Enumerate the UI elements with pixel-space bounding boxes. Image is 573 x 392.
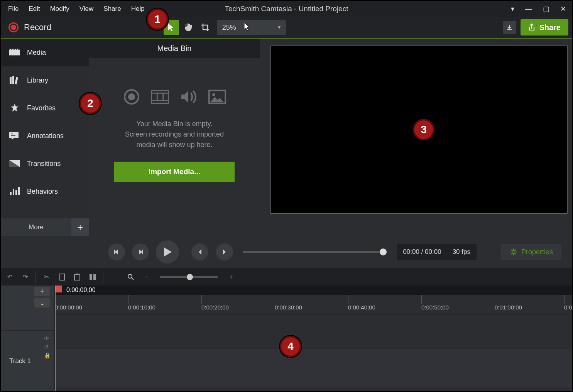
playhead-row[interactable]: 0:00:00;00	[55, 286, 572, 295]
svg-rect-16	[15, 190, 17, 195]
svg-rect-4	[12, 49, 14, 50]
svg-rect-3	[10, 49, 11, 50]
behaviors-icon	[9, 187, 20, 196]
svg-rect-8	[12, 76, 14, 84]
chevron-down-icon[interactable]: ▾	[511, 5, 514, 13]
svg-point-26	[212, 93, 215, 96]
svg-rect-20	[151, 90, 169, 104]
svg-rect-31	[90, 274, 92, 280]
sidebar-item-favorites[interactable]: Favorites	[1, 94, 89, 122]
track-lane-empty[interactable]	[55, 314, 572, 349]
menu-edit[interactable]: Edit	[24, 3, 45, 15]
seek-slider[interactable]	[243, 251, 387, 253]
record-icon	[8, 22, 19, 32]
svg-rect-2	[9, 55, 20, 56]
library-icon	[9, 76, 20, 84]
minimize-icon[interactable]: —	[525, 5, 532, 13]
sidebar-more-button[interactable]: More	[1, 218, 71, 236]
step-forward-button[interactable]	[216, 243, 233, 260]
svg-rect-29	[74, 275, 80, 280]
svg-line-34	[132, 278, 134, 280]
zoom-dropdown[interactable]: 25% ▼	[217, 20, 286, 35]
svg-rect-5	[15, 49, 16, 50]
cut-button[interactable]: ✂	[41, 272, 51, 282]
transition-icon	[9, 159, 20, 168]
share-button[interactable]: Share	[521, 19, 568, 35]
add-track-button[interactable]: +	[34, 287, 50, 296]
sidebar-item-behaviors[interactable]: Behaviors	[1, 177, 89, 205]
copy-button[interactable]	[57, 272, 67, 282]
properties-button[interactable]: Properties	[501, 244, 561, 260]
share-label: Share	[539, 23, 561, 32]
undo-button[interactable]: ↶	[5, 272, 15, 282]
sidebar-item-library[interactable]: Library	[1, 66, 89, 94]
track-header[interactable]: Track 1 👁 ↺ 🔒	[1, 330, 54, 391]
sidebar-item-transitions[interactable]: Transitions	[1, 150, 89, 177]
audio-placeholder-icon	[180, 88, 198, 106]
playback-bar: 00:00 / 00:00 30 fps Properties	[1, 236, 572, 268]
step-back-button[interactable]	[191, 243, 208, 260]
sidebar-label: Annotations	[27, 132, 64, 140]
svg-rect-7	[10, 77, 12, 84]
media-icon	[9, 48, 20, 57]
menu-file[interactable]: File	[3, 3, 24, 15]
lock-icon[interactable]: 🔒	[44, 352, 51, 358]
redo-button[interactable]: ↷	[20, 272, 30, 282]
track-lane-1[interactable]	[55, 349, 572, 387]
svg-rect-14	[10, 192, 12, 195]
callout-badge-2: 2	[79, 93, 101, 114]
menu-view[interactable]: View	[74, 3, 99, 15]
play-button[interactable]	[156, 240, 179, 264]
menu-modify[interactable]: Modify	[45, 3, 74, 15]
zoom-in-button[interactable]: +	[226, 272, 236, 282]
svg-point-27	[512, 250, 515, 253]
title-bar: TechSmith Camtasia - Untitled Project Fi…	[1, 1, 572, 17]
eye-icon[interactable]: 👁	[44, 335, 51, 341]
svg-rect-28	[60, 274, 64, 280]
svg-rect-12	[11, 135, 15, 136]
svg-point-19	[128, 93, 135, 100]
sidebar-label: Media	[27, 49, 46, 57]
split-button[interactable]	[88, 272, 98, 282]
next-frame-button[interactable]	[132, 243, 149, 260]
sidebar: Media Library Favorites Annotations Tran…	[1, 39, 89, 236]
record-button[interactable]: Record	[5, 21, 55, 34]
playhead-marker[interactable]	[55, 286, 62, 292]
record-placeholder-icon	[123, 88, 140, 106]
pan-tool-button[interactable]	[181, 20, 196, 35]
mouse-cursor-icon	[244, 22, 251, 32]
sidebar-label: Transitions	[27, 160, 61, 168]
playhead-line	[55, 286, 56, 391]
sidebar-item-media[interactable]: Media	[1, 39, 89, 66]
record-toolbar: Record 25% ▼ Share	[1, 17, 572, 39]
zoom-search-icon[interactable]	[126, 272, 136, 282]
timeline-ruler[interactable]: 0:00:00;00 0:00:10;00 0:00:20;00 0:00:30…	[55, 295, 572, 314]
svg-rect-32	[93, 274, 96, 280]
paste-button[interactable]	[72, 272, 82, 282]
sidebar-label: Library	[27, 76, 48, 84]
svg-rect-11	[11, 133, 13, 134]
annotation-icon	[9, 132, 20, 140]
menu-share[interactable]: Share	[98, 3, 126, 15]
svg-point-33	[128, 274, 132, 278]
prev-frame-button[interactable]	[108, 243, 125, 260]
crop-tool-button[interactable]	[198, 20, 213, 35]
download-button[interactable]	[503, 21, 516, 34]
svg-rect-15	[13, 189, 14, 195]
menu-help[interactable]: Help	[126, 3, 150, 15]
timeline-toolbar: ↶ ↷ ✂ − +	[1, 268, 572, 286]
playhead-time: 0:00:00;00	[66, 287, 96, 294]
collapse-tracks-button[interactable]: ⌄	[34, 298, 50, 308]
film-placeholder-icon	[151, 88, 169, 106]
close-icon[interactable]: ✕	[560, 5, 566, 13]
zoom-out-button[interactable]: −	[141, 272, 151, 282]
import-media-button[interactable]: Import Media...	[114, 162, 235, 182]
revert-icon[interactable]: ↺	[44, 344, 51, 350]
timeline-zoom-slider[interactable]	[160, 276, 218, 278]
gear-icon	[510, 248, 517, 256]
maximize-icon[interactable]: ▢	[543, 5, 549, 13]
sidebar-add-button[interactable]: +	[71, 218, 89, 236]
image-placeholder-icon	[208, 88, 226, 106]
sidebar-item-annotations[interactable]: Annotations	[1, 122, 89, 150]
time-display: 00:00 / 00:00 30 fps	[397, 244, 477, 260]
